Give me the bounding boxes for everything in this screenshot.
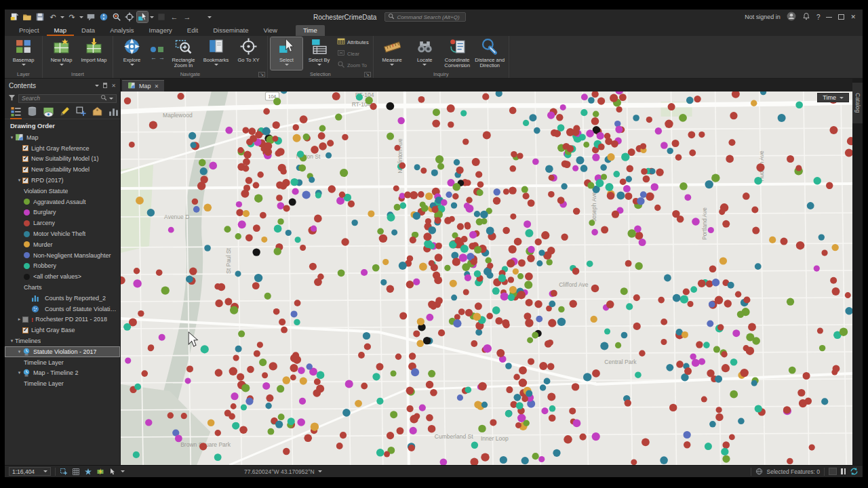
- select-by-button[interactable]: Select By: [303, 37, 335, 70]
- close-button[interactable]: ✕: [850, 14, 856, 20]
- tab-imagery[interactable]: Imagery: [142, 25, 180, 36]
- panel-menu-icon[interactable]: [95, 85, 99, 87]
- coordinate-readout[interactable]: 77.620024°W 43.170952°N: [244, 468, 322, 475]
- sketch-icon[interactable]: [84, 468, 92, 476]
- notifications-icon[interactable]: [802, 12, 810, 22]
- previous-extent-icon[interactable]: ←: [151, 54, 157, 61]
- go-to-xy-button[interactable]: Go To XY: [233, 37, 264, 70]
- refresh-icon[interactable]: [850, 467, 859, 476]
- account-icon[interactable]: [787, 12, 796, 22]
- tab-edit[interactable]: Edit: [180, 25, 205, 36]
- map-view-tab[interactable]: Map ✕: [122, 80, 164, 92]
- edit-tool-icon[interactable]: [156, 12, 167, 22]
- legend-item-non-negligent-manslaughter[interactable]: Non-Negligent Manslaughter: [5, 250, 120, 261]
- distance-and-direction-button[interactable]: Distance and Direction: [474, 37, 506, 70]
- layer-item-rochester-pd-2011-2018[interactable]: ▸!Rochester PD 2011 - 2018: [5, 314, 120, 325]
- fixed-zoom-cluster[interactable]: ←→: [149, 37, 167, 70]
- layer-item-light-gray-base[interactable]: Light Gray Base: [5, 325, 120, 336]
- save-project-icon[interactable]: [35, 12, 45, 22]
- new-project-icon[interactable]: [9, 12, 20, 22]
- zoom-to-button[interactable]: Zoom To: [337, 60, 369, 70]
- legend-item-aggravated-assault[interactable]: Aggravated Assault: [5, 197, 120, 207]
- group-item-timelines[interactable]: ▾Timelines: [5, 336, 120, 346]
- expander-icon[interactable]: ▾: [9, 135, 15, 140]
- section-item-charts[interactable]: Charts: [5, 282, 120, 293]
- list-by-labeling-icon[interactable]: [92, 106, 103, 117]
- plain-item-timeline-layer[interactable]: Timeline Layer: [5, 357, 120, 368]
- import-map-button[interactable]: Import Map: [78, 37, 110, 70]
- legend-item-motor-vehicle-theft[interactable]: Motor Vehicle Theft: [5, 228, 120, 239]
- layer-checkbox[interactable]: [22, 156, 28, 162]
- next-extent-icon[interactable]: →: [159, 54, 165, 61]
- tab-data[interactable]: Data: [74, 25, 102, 36]
- group-item-map[interactable]: ▾Map: [5, 132, 120, 143]
- snap-pointer-icon[interactable]: [108, 468, 117, 476]
- plain-item-timeline-layer[interactable]: Timeline Layer: [5, 378, 120, 389]
- redo-icon[interactable]: ↷: [66, 12, 77, 22]
- expander-icon[interactable]: ▾: [16, 370, 22, 375]
- tab-view[interactable]: View: [256, 25, 285, 36]
- expander-icon[interactable]: ▾: [9, 338, 15, 344]
- timeline-item-statute-violation-2017[interactable]: ▾Statute Violation - 2017: [5, 346, 120, 357]
- list-by-data-source-icon[interactable]: [26, 106, 38, 117]
- command-search-box[interactable]: Command Search (Alt+Q): [384, 12, 466, 22]
- expander-icon[interactable]: ▾: [16, 349, 22, 354]
- bookmarks-button[interactable]: Bookmarks: [200, 37, 232, 70]
- layer-item-light-gray-reference[interactable]: Light Gray Reference: [5, 143, 120, 154]
- layer-checkbox[interactable]: [22, 327, 28, 333]
- coordinate-conversion-button[interactable]: Coordinate Conversion: [441, 37, 473, 70]
- statusbar-more-chevron[interactable]: [121, 470, 125, 472]
- undo-icon[interactable]: ↶: [47, 12, 58, 22]
- filter-icon[interactable]: [8, 92, 16, 104]
- legend-item-larceny[interactable]: Larceny: [5, 218, 120, 228]
- list-by-visibility-icon[interactable]: [43, 106, 54, 117]
- layer-checkbox[interactable]: [22, 178, 28, 184]
- full-extent-icon[interactable]: [151, 47, 156, 52]
- layer-item-new-suitability-model-1[interactable]: New Suitability Model (1): [5, 154, 120, 165]
- tab-analysis[interactable]: Analysis: [102, 25, 141, 36]
- map-view[interactable]: Maplewood104RT-104RT-104Norton StAvenue …: [121, 92, 852, 465]
- legend-item-all-other-values[interactable]: <all other values>: [5, 271, 120, 282]
- pause-drawing-icon[interactable]: [841, 468, 846, 474]
- minimize-button[interactable]: [826, 17, 832, 18]
- map-scale-selector[interactable]: 1:16,404: [9, 467, 51, 476]
- select-button[interactable]: Select: [271, 37, 302, 70]
- signin-status[interactable]: Not signed in: [745, 14, 781, 20]
- tab-map[interactable]: Map: [47, 25, 74, 36]
- clear-button[interactable]: Clear: [337, 49, 369, 58]
- list-by-snapping-icon[interactable]: [75, 106, 87, 117]
- panel-close-icon[interactable]: ✕: [111, 83, 116, 89]
- field-item-violation-statute[interactable]: Violation Statute: [5, 186, 120, 197]
- legend-item-robbery[interactable]: Robbery: [5, 261, 120, 272]
- explore-tool-icon[interactable]: [98, 12, 109, 22]
- new-feature-icon[interactable]: [60, 468, 68, 476]
- expander-icon[interactable]: ▾: [16, 178, 22, 183]
- dialog-launcher-icon[interactable]: ↘: [364, 72, 371, 77]
- layer-checkbox[interactable]: [22, 145, 28, 151]
- tab-disseminate[interactable]: Disseminate: [205, 25, 256, 36]
- dialog-launcher-icon[interactable]: ↘: [258, 72, 265, 77]
- legend-item-burglary[interactable]: Burglary: [5, 207, 120, 218]
- customize-qat-icon[interactable]: [195, 12, 205, 22]
- list-by-charts-icon[interactable]: [108, 106, 119, 117]
- timeline-item-map-timeline-2[interactable]: ▾Map - Timeline 2: [5, 368, 120, 379]
- feedback-icon[interactable]: [85, 12, 96, 22]
- layer-item-rpd-2017[interactable]: ▾RPD (2017): [5, 175, 120, 186]
- back-icon[interactable]: ←: [169, 12, 180, 22]
- layer-item-new-suitability-model[interactable]: New Suitability Model: [5, 164, 120, 175]
- attribute-table-icon[interactable]: [829, 468, 837, 475]
- list-by-drawing-order-icon[interactable]: [10, 106, 22, 117]
- contents-search-input[interactable]: Search: [18, 94, 117, 103]
- tab-time[interactable]: Time: [296, 25, 325, 36]
- basemap-button[interactable]: Basemap: [7, 37, 39, 70]
- selected-features-count[interactable]: Selected Features: 0: [767, 468, 820, 475]
- time-dropdown-button[interactable]: Time: [817, 93, 849, 102]
- restore-button[interactable]: [838, 14, 844, 20]
- select-tool-icon[interactable]: [137, 12, 148, 22]
- list-by-editing-icon[interactable]: [59, 106, 71, 117]
- grid-icon[interactable]: [72, 468, 80, 476]
- help-icon[interactable]: ?: [816, 14, 821, 21]
- close-tab-icon[interactable]: ✕: [155, 83, 159, 89]
- catalog-tab[interactable]: Catalog: [852, 83, 863, 123]
- forward-icon[interactable]: →: [182, 12, 193, 22]
